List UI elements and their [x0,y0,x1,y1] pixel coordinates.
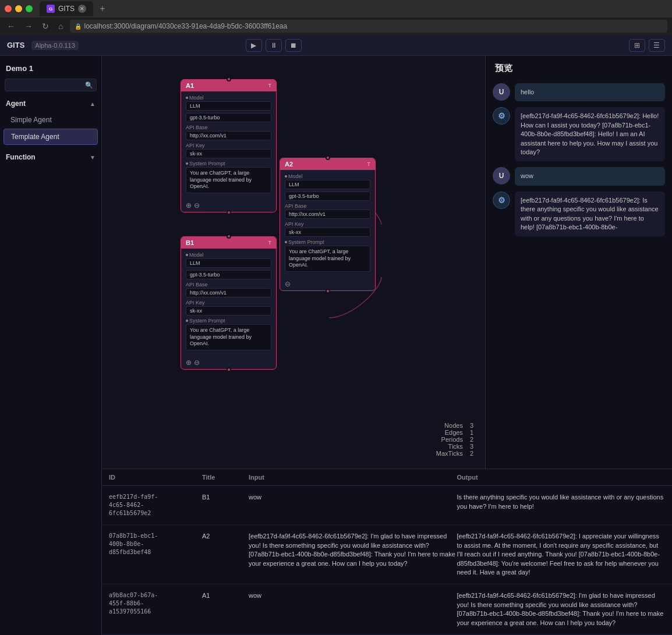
back-button[interactable]: ← [5,20,17,32]
app-version: Alpha-0.0.113 [31,41,79,50]
sidebar-item-simple-agent[interactable]: Simple Agent [3,112,98,127]
stat-edges: Edges 1 [436,429,473,436]
search-input[interactable] [5,79,97,91]
node-b1-apikey-value: sk-xx [186,306,271,315]
node-a1-remove-btn[interactable]: ⊖ [194,201,200,210]
browser-tab[interactable]: G GITS ✕ [40,1,93,16]
chat-messages: U hello ⚙ [eefb217d-fa9f-4c65-8462-6fc61… [486,79,672,469]
tab-label: GITS [58,5,75,13]
traffic-light-yellow[interactable] [15,5,22,12]
node-a1-body: Model LLM gpt-3.5-turbo API Base http://… [181,91,276,199]
user-avatar-3: U [493,167,510,185]
table-row: 07a8b71b-ebc1-400b-8b0e-d85fbd3bef48 A2 … [102,525,672,584]
node-b1-remove-btn[interactable]: ⊖ [194,359,200,367]
menu-button[interactable]: ☰ [649,39,665,52]
stat-periods: Periods 2 [436,436,473,443]
forward-button[interactable]: → [22,20,35,32]
node-a1-connector-top[interactable] [227,77,231,81]
row2-title: A2 [202,532,249,541]
new-tab-button[interactable]: + [96,2,109,16]
chat-msg-4: ⚙ [eefb217d-fa9f-4c65-8462-6fc61b5679e2]… [493,191,665,237]
pause-button[interactable]: ⏸ [266,39,282,52]
stat-ticks: Ticks 3 [436,443,473,450]
app: GITS Alpha-0.0.113 ▶ ⏸ ⏹ ⊞ ☰ Demo 1 🔍 Ag… [0,35,672,635]
node-a2-connector-top[interactable] [326,155,330,160]
node-b1-connector-top[interactable] [227,234,231,239]
agent-section-header[interactable]: Agent ▲ [0,96,101,111]
row3-input: wow [249,591,457,600]
chat-bubble-1: hello [515,83,665,101]
node-a2[interactable]: A2 T Model LLM gpt-3.5-turbo [280,158,376,291]
play-button[interactable]: ▶ [246,39,262,52]
node-a2-connector-bottom[interactable] [326,289,330,293]
layers-button[interactable]: ⊞ [629,39,645,52]
row1-input: wow [249,493,457,502]
table-header: ID Title Input Output [102,469,672,486]
preview-panel: 预览 U hello ⚙ [eefb217d-fa9f-4c65-8462-6f… [486,56,672,469]
tab-close-button[interactable]: ✕ [78,5,86,13]
node-b1-prompt-field: System Prompt You are ChatGPT, a large l… [186,318,271,350]
node-a2-type-icon: T [367,161,371,167]
main-content: Demo 1 🔍 Agent ▲ Simple Agent Template A… [0,56,672,635]
address-bar[interactable]: 🔒 localhost:3000/diagram/4030ce33-91ea-4… [70,20,667,33]
node-a1[interactable]: A1 T Model LLM gpt-3.5-turbo [181,79,277,212]
node-a2-remove-btn[interactable]: ⊖ [285,280,291,288]
row2-input: [eefb217d-fa9f-4c65-8462-6fc61b5679e2]: … [249,532,457,568]
node-a1-header: A1 T [181,80,276,91]
node-b1-add-btn[interactable]: ⊕ [186,359,192,367]
node-b1-prompt-value: You are ChatGPT, a large language model … [186,324,271,350]
browser-tabs: G GITS ✕ + [0,0,672,17]
row3-id: a9b8ac07-b67a-455f-88b6-a15397055166 [109,591,202,616]
agent-section-title: Agent [6,100,26,108]
node-a1-add-btn[interactable]: ⊕ [186,201,192,210]
node-b1-model-name: gpt-3.5-turbo [186,270,271,279]
node-a2-apikey-value: sk-xx [285,228,370,237]
node-a2-model-value: LLM [285,180,370,189]
chat-msg-1: U hello [493,83,665,101]
row1-title: B1 [202,493,249,502]
node-a1-type-icon: T [268,83,272,88]
traffic-light-green[interactable] [26,5,33,12]
th-id: ID [109,474,202,481]
node-b1-title: B1 [186,239,194,246]
bot-avatar-4: ⚙ [493,191,510,209]
reload-button[interactable]: ↻ [40,20,51,32]
node-b1-connector-bottom[interactable] [227,367,231,372]
node-b1-body: Model LLM gpt-3.5-turbo API Base http://… [181,249,276,356]
row2-output: [eefb217d-fa9f-4c65-8462-6fc61b5679e2]: … [457,532,666,577]
node-a2-apikey-field: API Key sk-xx [285,221,370,237]
row3-output: [eefb217d-fa9f-4c65-8462-6fc61b5679e2]: … [457,591,666,627]
node-a1-apibase-field: API Base http://xx.com/v1 [186,125,271,140]
header-right: ⊞ ☰ [629,39,665,52]
node-b1-model-value: LLM [186,258,271,268]
diagram-area[interactable]: A1 T Model LLM gpt-3.5-turbo [102,56,486,469]
node-a2-model-field: Model LLM [285,173,370,189]
table-row: a9b8ac07-b67a-455f-88b6-a15397055166 A1 … [102,584,672,635]
chat-bubble-3: wow [515,167,665,185]
node-b1-model-field: Model LLM [186,252,271,268]
node-a2-prompt-value: You are ChatGPT, a large language model … [285,246,370,272]
stat-nodes: Nodes 3 [436,422,473,429]
app-logo: GITS [7,41,24,49]
table-row: eefb217d-fa9f-4c65-8462-6fc61b5679e2 B1 … [102,486,672,525]
th-title: Title [202,474,249,481]
node-a1-model-field: Model LLM [186,95,271,111]
stop-button[interactable]: ⏹ [285,39,302,52]
home-button[interactable]: ⌂ [56,20,65,32]
traffic-light-red[interactable] [5,5,12,12]
node-b1[interactable]: B1 T Model LLM gpt-3.5-turbo [181,236,277,370]
node-b1-apibase-value: http://xx.com/v1 [186,288,271,297]
function-section-header[interactable]: Function ▼ [0,150,101,165]
node-a1-apikey-field: API Key sk-xx [186,143,271,158]
row1-output: Is there anything specific you would lik… [457,493,666,511]
chat-bubble-4: [eefb217d-fa9f-4c65-8462-6fc61b5679e2]: … [515,191,665,237]
function-chevron-icon: ▼ [90,154,96,161]
node-a2-apibase-value: http://xx.com/v1 [285,210,370,219]
browser-toolbar: ← → ↻ ⌂ 🔒 localhost:3000/diagram/4030ce3… [0,17,672,35]
node-a1-model-name: gpt-3.5-turbo [186,113,271,122]
function-section-title: Function [6,153,36,161]
node-a1-connector-bottom[interactable] [227,210,231,215]
sidebar-item-template-agent[interactable]: Template Agent [3,129,98,145]
sidebar-search: 🔍 [5,79,97,91]
app-header: GITS Alpha-0.0.113 ▶ ⏸ ⏹ ⊞ ☰ [0,35,672,56]
